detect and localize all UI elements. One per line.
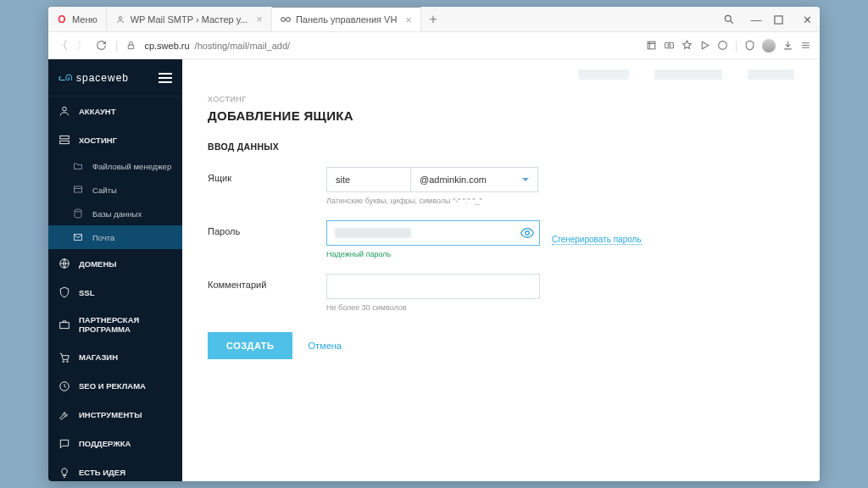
window-controls: — ✕ bbox=[723, 7, 815, 32]
svg-point-19 bbox=[63, 361, 64, 363]
sidebar-item-idea[interactable]: ЕСТЬ ИДЕЯ bbox=[48, 458, 182, 481]
sidebar-label: Сайты bbox=[92, 186, 117, 195]
add-tab-button[interactable]: + bbox=[421, 8, 445, 31]
minimize-icon[interactable]: — bbox=[748, 14, 764, 26]
svg-rect-6 bbox=[648, 42, 655, 49]
sidebar-label: Базы данных bbox=[92, 209, 142, 219]
logo: ᓚᘏ spaceweb bbox=[58, 72, 129, 84]
sidebar-label: Файловый менеджер bbox=[92, 162, 171, 171]
cancel-link[interactable]: Отмена bbox=[308, 341, 341, 351]
url-path: /hosting/mail/mail_add/ bbox=[195, 41, 291, 51]
sidebar-label: Почта bbox=[92, 233, 114, 242]
tab-wpmail[interactable]: WP Mail SMTP › Мастер у... × bbox=[107, 7, 272, 32]
ext-icon[interactable] bbox=[682, 40, 693, 51]
svg-point-2 bbox=[287, 18, 291, 22]
sidebar-label: SEO И РЕКЛАМА bbox=[79, 381, 146, 391]
tab-bar: O Меню WP Mail SMTP › Мастер у... × Пане… bbox=[48, 7, 820, 32]
sidebar-item-sites[interactable]: Сайты bbox=[48, 178, 182, 202]
domain-selected: @adminkin.com bbox=[420, 175, 487, 185]
row-comment: Комментарий Не более 30 символов bbox=[208, 274, 794, 312]
sidebar-item-mail[interactable]: Почта bbox=[48, 225, 182, 249]
svg-rect-13 bbox=[60, 141, 70, 144]
tab-label: Меню bbox=[72, 14, 97, 25]
svg-rect-18 bbox=[60, 323, 70, 329]
sidebar-item-databases[interactable]: Базы данных bbox=[48, 202, 182, 225]
svg-point-7 bbox=[668, 44, 670, 47]
back-icon[interactable]: 〈 bbox=[57, 38, 68, 53]
breadcrumb: ХОСТИНГ bbox=[208, 95, 794, 103]
svg-point-11 bbox=[63, 107, 67, 111]
password-hint: Надежный пароль bbox=[326, 250, 540, 258]
shield-icon bbox=[58, 286, 70, 298]
page-title: ДОБАВЛЕНИЕ ЯЩИКА bbox=[208, 108, 794, 123]
create-button[interactable]: СОЗДАТЬ bbox=[208, 332, 292, 359]
forward-icon: 〉 bbox=[76, 38, 87, 53]
sidebar-item-support[interactable]: ПОДДЕРЖКА bbox=[48, 430, 182, 458]
reload-icon[interactable] bbox=[96, 40, 107, 51]
lightbulb-icon bbox=[58, 467, 70, 479]
address-bar: 〈 〉 | cp.sweb.ru/hosting/mail/mail_add/ … bbox=[48, 32, 820, 59]
browser-window: O Меню WP Mail SMTP › Мастер у... × Пане… bbox=[48, 7, 820, 481]
folder-icon bbox=[72, 160, 84, 172]
chat-icon bbox=[58, 438, 70, 450]
briefcase-icon bbox=[58, 319, 70, 330]
avatar-icon[interactable] bbox=[762, 39, 776, 53]
maximize-icon[interactable] bbox=[774, 15, 789, 25]
sidebar-item-seo[interactable]: SEO И РЕКЛАМА bbox=[48, 372, 182, 401]
wrench-icon bbox=[58, 409, 70, 421]
eye-icon[interactable] bbox=[520, 225, 533, 239]
ext-icon[interactable] bbox=[646, 40, 657, 51]
brand-row: ᓚᘏ spaceweb bbox=[48, 59, 182, 97]
ext-icon[interactable] bbox=[744, 40, 755, 51]
row-password: Пароль Надежный пароль bbox=[208, 220, 794, 258]
svg-rect-14 bbox=[75, 186, 82, 192]
ext-icon[interactable] bbox=[699, 40, 710, 51]
sidebar-item-ssl[interactable]: SSL bbox=[48, 278, 182, 307]
menu-dots-icon[interactable] bbox=[800, 40, 811, 51]
tab-menu[interactable]: O Меню bbox=[48, 7, 107, 32]
sidebar-label: ИНСТРУМЕНТЫ bbox=[79, 410, 142, 419]
content-area: ХОСТИНГ ДОБАВЛЕНИЕ ЯЩИКА ВВОД ДАННЫХ Ящи… bbox=[182, 59, 820, 481]
label-mailbox: Ящик bbox=[208, 167, 326, 205]
domain-select[interactable]: @adminkin.com bbox=[411, 167, 538, 192]
svg-rect-8 bbox=[665, 42, 674, 48]
close-tab-icon[interactable]: × bbox=[256, 13, 263, 25]
mailbox-input[interactable] bbox=[326, 167, 411, 192]
sidebar-label: ПАРТНЕРСКАЯ ПРОГРАММА bbox=[79, 315, 172, 335]
brand-text: spaceweb bbox=[76, 72, 129, 84]
svg-rect-12 bbox=[60, 136, 70, 139]
url-field[interactable]: cp.sweb.ru/hosting/mail/mail_add/ bbox=[144, 41, 637, 51]
svg-rect-16 bbox=[75, 235, 82, 241]
header-item-blur bbox=[654, 69, 722, 80]
sidebar-item-filemanager[interactable]: Файловый менеджер bbox=[48, 154, 182, 178]
sidebar-item-hosting[interactable]: ХОСТИНГ bbox=[48, 125, 182, 154]
download-icon[interactable] bbox=[782, 40, 793, 51]
spaceweb-favicon bbox=[281, 14, 291, 25]
mailbox-hint: Латинские буквы, цифры, символы "-" "." … bbox=[326, 197, 538, 205]
sidebar-item-domains[interactable]: ДОМЕНЫ bbox=[48, 249, 182, 278]
generate-password-link[interactable]: Сгенерировать пароль bbox=[552, 235, 642, 245]
url-host: cp.sweb.ru bbox=[144, 41, 189, 51]
sidebar-label: ДОМЕНЫ bbox=[79, 259, 117, 269]
svg-point-22 bbox=[526, 231, 530, 236]
form-actions: СОЗДАТЬ Отмена bbox=[208, 332, 794, 359]
sidebar-item-account[interactable]: АККАУНТ bbox=[48, 97, 182, 125]
comment-hint: Не более 30 символов bbox=[326, 303, 540, 312]
sidebar-label: ЕСТЬ ИДЕЯ bbox=[79, 468, 125, 477]
tab-panel-vh[interactable]: Панель управления VH × bbox=[272, 7, 421, 31]
sidebar-item-partner[interactable]: ПАРТНЕРСКАЯ ПРОГРАММА bbox=[48, 307, 182, 343]
svg-rect-5 bbox=[129, 45, 134, 49]
hamburger-icon[interactable] bbox=[159, 73, 172, 83]
ext-icon[interactable] bbox=[717, 40, 728, 51]
sidebar-item-shop[interactable]: МАГАЗИН bbox=[48, 343, 182, 372]
layout-icon bbox=[72, 184, 84, 196]
ext-icon[interactable] bbox=[664, 40, 675, 51]
sidebar-label: АККАУНТ bbox=[79, 107, 116, 116]
close-window-icon[interactable]: ✕ bbox=[799, 14, 815, 26]
sidebar-item-tools[interactable]: ИНСТРУМЕНТЫ bbox=[48, 401, 182, 430]
close-tab-icon[interactable]: × bbox=[405, 14, 412, 26]
header-item-blur bbox=[748, 69, 794, 80]
search-icon[interactable] bbox=[723, 14, 738, 25]
page-body: ᓚᘏ spaceweb АККАУНТ ХОСТИНГ Файловый мен… bbox=[48, 59, 820, 481]
comment-input[interactable] bbox=[326, 274, 540, 299]
